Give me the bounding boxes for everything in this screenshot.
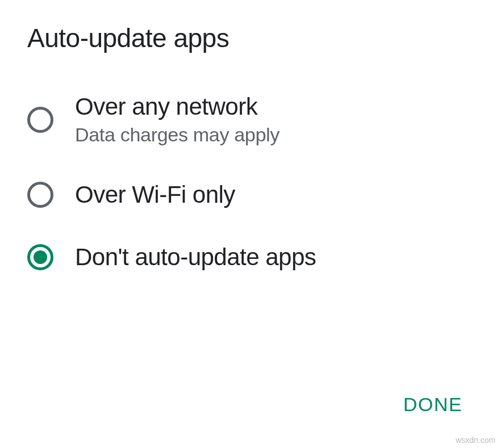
option-over-any-network[interactable]: Over any network Data charges may apply [27,93,473,146]
option-sublabel: Data charges may apply [75,124,280,146]
option-label: Over any network [75,93,280,120]
option-text: Over Wi-Fi only [75,181,235,208]
radio-icon [27,107,53,133]
option-over-wifi-only[interactable]: Over Wi-Fi only [27,181,473,208]
dialog-actions: DONE [394,387,472,422]
option-label: Don't auto-update apps [75,244,316,271]
auto-update-dialog: Auto-update apps Over any network Data c… [0,0,500,448]
watermark: wsxdn.com [456,436,495,445]
option-text: Don't auto-update apps [75,244,316,271]
options-group: Over any network Data charges may apply … [27,93,473,271]
done-button[interactable]: DONE [394,387,472,422]
radio-icon [27,182,53,208]
option-text: Over any network Data charges may apply [75,93,280,146]
option-dont-auto-update[interactable]: Don't auto-update apps [27,244,473,271]
option-label: Over Wi-Fi only [75,181,235,208]
dialog-title: Auto-update apps [27,23,473,53]
radio-icon-selected [27,244,53,270]
